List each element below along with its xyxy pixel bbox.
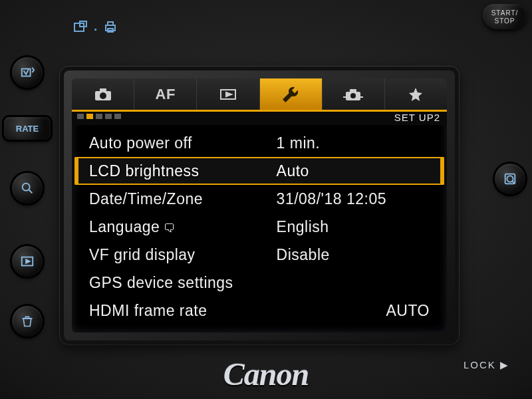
- star-icon: [408, 86, 424, 102]
- wrench-icon: [282, 86, 299, 103]
- lcd-screen: AF SET UP: [72, 78, 447, 332]
- menu-row-hdmi-frame-rate[interactable]: HDMI frame rate AUTO: [72, 297, 447, 325]
- tab-custom-fn[interactable]: [323, 78, 385, 110]
- menu-label: Language🗨: [89, 218, 277, 236]
- print-icon: [103, 20, 118, 37]
- rate-button-label: RATE: [16, 124, 39, 134]
- brand-logo: Canon: [0, 356, 532, 392]
- tab-playback[interactable]: [197, 78, 259, 110]
- magnify-button[interactable]: [12, 173, 43, 203]
- menu-value: 1 min.: [277, 134, 430, 152]
- menu-label: VF grid display: [89, 246, 277, 264]
- svg-point-6: [23, 184, 30, 191]
- start-stop-label: START/ STOP: [491, 9, 519, 25]
- tab-setup[interactable]: [260, 78, 323, 110]
- svg-rect-11: [100, 88, 106, 92]
- svg-point-18: [350, 93, 356, 98]
- delete-button[interactable]: [12, 306, 43, 336]
- menu-row-gps-settings[interactable]: GPS device settings: [72, 269, 447, 297]
- q-menu-button[interactable]: [495, 164, 525, 194]
- menu-label: GPS device settings: [89, 274, 277, 292]
- settings-menu: Auto power off 1 min. LCD brightness Aut…: [72, 125, 447, 332]
- menu-tabstrip: AF: [72, 78, 447, 112]
- menu-row-auto-power-off[interactable]: Auto power off 1 min.: [72, 129, 447, 157]
- creative-filter-button[interactable]: [12, 57, 43, 88]
- svg-rect-15: [350, 89, 356, 92]
- top-glyph-row: ·: [73, 20, 118, 37]
- tab-af-label: AF: [156, 86, 176, 103]
- menu-value: English: [277, 218, 430, 236]
- sub-tab-page-label: SET UP2: [394, 112, 440, 123]
- svg-rect-17: [359, 96, 363, 98]
- menu-row-vf-grid[interactable]: VF grid display Disable: [72, 241, 447, 269]
- sub-tab-dot: [96, 114, 102, 119]
- lcd-bezel: AF SET UP: [60, 66, 459, 344]
- sub-tab-dot: [77, 114, 84, 119]
- sub-tab-dot: [86, 114, 93, 119]
- sub-tab-dot: [105, 114, 112, 119]
- svg-point-12: [100, 92, 106, 99]
- menu-value: Disable: [277, 246, 430, 264]
- menu-value: Auto: [277, 162, 430, 180]
- menu-label: Auto power off: [89, 134, 277, 152]
- sub-tab-indicator: SET UP2: [72, 112, 447, 125]
- menu-label: Date/Time/Zone: [89, 190, 277, 208]
- svg-rect-16: [343, 96, 347, 98]
- rate-button[interactable]: RATE: [4, 117, 51, 140]
- tab-camera[interactable]: [72, 78, 134, 110]
- playback-button[interactable]: [12, 246, 43, 277]
- menu-row-lcd-brightness[interactable]: LCD brightness Auto: [74, 157, 444, 185]
- language-help-icon: 🗨: [164, 221, 176, 235]
- tab-mymenu[interactable]: [385, 78, 447, 110]
- tab-af[interactable]: AF: [134, 78, 197, 110]
- menu-row-date-time-zone[interactable]: Date/Time/Zone 31/08/'18 12:05: [72, 185, 447, 213]
- svg-rect-3: [108, 22, 113, 25]
- menu-label: HDMI frame rate: [89, 302, 277, 320]
- protect-icon: [73, 20, 88, 37]
- menu-value: AUTO: [277, 302, 430, 320]
- start-stop-button[interactable]: START/ STOP: [483, 4, 527, 29]
- sub-tab-dot: [114, 114, 121, 119]
- menu-value: 31/08/'18 12:05: [277, 190, 430, 208]
- menu-row-language[interactable]: Language🗨 English: [72, 213, 447, 241]
- menu-label: LCD brightness: [89, 162, 277, 180]
